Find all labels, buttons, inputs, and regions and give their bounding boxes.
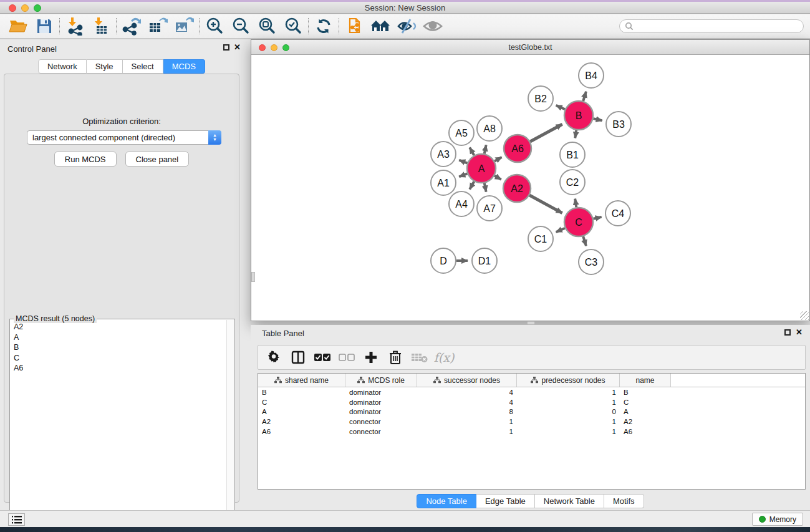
table-row[interactable]: Cdominator41C — [258, 397, 805, 407]
show-graphics-details-icon[interactable] — [420, 16, 446, 37]
task-history-button[interactable] — [8, 513, 25, 526]
tab-motifs[interactable]: Motifs — [604, 494, 644, 508]
close-table-panel-icon[interactable]: ✕ — [796, 327, 803, 337]
edge-A-A8[interactable] — [485, 145, 486, 153]
edge-A-A5[interactable] — [470, 148, 474, 156]
mcds-result-item[interactable]: A6 — [11, 363, 226, 374]
column-header-MCDS-role[interactable]: MCDS role — [345, 374, 417, 387]
table-row[interactable]: A6connector11A6 — [258, 427, 805, 437]
settings-icon[interactable] — [264, 348, 283, 367]
memory-button[interactable]: Memory — [752, 513, 803, 526]
tab-style[interactable]: Style — [87, 59, 123, 74]
edge-A2-C[interactable] — [529, 195, 562, 213]
criterion-dropdown[interactable]: largest connected component (directed) ▲… — [27, 130, 221, 145]
mcds-tab-content: Optimization criterion: largest connecte… — [4, 74, 239, 503]
show-column-icon[interactable] — [289, 348, 307, 367]
network-graph[interactable]: B4B2BB3A8A5A6A3B1AC2A1A2A4A7C4CC1C3DD1 — [251, 56, 809, 321]
table-row[interactable]: Bdominator41B — [258, 387, 805, 397]
select-all-icon[interactable] — [313, 348, 332, 367]
edge-C-C1[interactable] — [556, 228, 565, 232]
zoom-in-icon[interactable] — [201, 16, 228, 37]
open-network-file-icon[interactable] — [341, 16, 367, 37]
edge-C-C3[interactable] — [583, 236, 586, 246]
add-column-icon[interactable] — [362, 348, 380, 367]
run-mcds-button[interactable]: Run MCDS — [54, 152, 117, 167]
mcds-result-item[interactable]: A — [11, 332, 226, 343]
import-table-icon[interactable] — [88, 16, 114, 37]
search-input[interactable] — [634, 22, 789, 31]
tab-edge-table[interactable]: Edge Table — [476, 494, 535, 508]
close-panel-icon[interactable]: ✕ — [234, 42, 241, 52]
import-network-icon[interactable] — [62, 16, 88, 37]
window-resize-grip[interactable] — [800, 311, 809, 320]
node-label-A8: A8 — [483, 123, 496, 134]
horizontal-splitter-grip[interactable] — [527, 321, 535, 325]
zoom-fit-icon[interactable] — [254, 16, 280, 37]
edge-A-A7[interactable] — [485, 183, 486, 192]
cell-MCDS-role: connector — [345, 418, 417, 425]
open-session-icon[interactable] — [5, 16, 31, 37]
edge-A-A6[interactable] — [494, 157, 502, 161]
zoom-selected-icon[interactable] — [280, 16, 306, 37]
float-table-panel-icon[interactable] — [784, 329, 791, 336]
hide-selected-icon[interactable] — [393, 16, 420, 37]
node-label-B2: B2 — [534, 94, 547, 104]
refresh-icon[interactable] — [311, 16, 337, 37]
left-splitter-grip[interactable] — [251, 272, 255, 282]
cell-successor-nodes: 8 — [417, 408, 517, 415]
float-panel-icon[interactable] — [223, 44, 229, 51]
tab-mcds[interactable]: MCDS — [163, 59, 205, 74]
dropdown-stepper-icon: ▲▼ — [208, 130, 221, 145]
network-canvas[interactable]: B4B2BB3A8A5A6A3B1AC2A1A2A4A7C4CC1C3DD1 — [251, 56, 809, 321]
edge-B-B3[interactable] — [593, 118, 602, 120]
search-icon — [625, 22, 634, 31]
edge-A6-B[interactable] — [530, 124, 562, 142]
table-row[interactable]: A2connector11A2 — [258, 417, 805, 427]
control-panel-title: Control Panel — [7, 44, 57, 54]
mcds-result-item[interactable]: B — [11, 342, 226, 353]
close-panel-button[interactable]: Close panel — [125, 152, 190, 167]
node-table[interactable]: shared nameMCDS rolesuccessor nodesprede… — [258, 373, 806, 490]
edge-A-A2[interactable] — [494, 176, 501, 180]
delete-column-icon[interactable] — [386, 348, 405, 367]
export-network-icon[interactable] — [118, 16, 145, 37]
control-panel: Control Panel ✕ NetworkStyleSelectMCDS O… — [0, 39, 243, 507]
edge-B-B4[interactable] — [583, 92, 586, 101]
edge-C-C2[interactable] — [575, 199, 576, 208]
table-panel: Table Panel ✕ f(x) — [251, 325, 810, 507]
mcds-result-item[interactable]: C — [11, 353, 226, 364]
search-box[interactable] — [619, 19, 804, 33]
tab-network[interactable]: Network — [38, 59, 87, 74]
table-row[interactable]: Adominator80A — [258, 407, 805, 417]
tab-network-table[interactable]: Network Table — [535, 494, 604, 508]
export-image-icon[interactable] — [171, 16, 197, 37]
edge-A-A3[interactable] — [459, 160, 467, 163]
cell-name: B — [620, 389, 671, 396]
save-session-icon[interactable] — [31, 16, 57, 37]
edge-C-C4[interactable] — [593, 217, 601, 219]
column-header-shared-name[interactable]: shared name — [258, 374, 345, 387]
tab-node-table[interactable]: Node Table — [417, 494, 476, 508]
column-header-predecessor-nodes[interactable]: predecessor nodes — [517, 374, 620, 387]
network-window-titlebar[interactable]: testGlobe.txt — [251, 40, 809, 55]
edge-B-B1[interactable] — [575, 130, 576, 138]
status-bar: Memory — [0, 510, 810, 527]
deselect-all-icon[interactable] — [337, 348, 356, 367]
zoom-out-icon[interactable] — [228, 16, 254, 37]
node-label-A7: A7 — [483, 203, 496, 214]
cell-MCDS-role: dominator — [345, 399, 417, 406]
show-home-icon[interactable] — [367, 16, 393, 37]
edge-A-A1[interactable] — [459, 173, 467, 177]
column-header-name[interactable]: name — [620, 374, 671, 387]
edge-B-B2[interactable] — [556, 105, 565, 109]
tab-select[interactable]: Select — [123, 59, 163, 74]
node-label-C1: C1 — [534, 234, 547, 244]
edge-A-A4[interactable] — [470, 181, 474, 190]
desktop-background — [0, 527, 810, 532]
node-label-C: C — [575, 217, 582, 228]
column-header-successor-nodes[interactable]: successor nodes — [417, 374, 517, 387]
mcds-result-list[interactable]: A2ABCA6 — [11, 322, 226, 530]
mcds-result-item[interactable]: A2 — [11, 322, 226, 332]
result-list-scrollbar[interactable] — [226, 320, 234, 530]
export-table-icon[interactable] — [145, 16, 171, 37]
